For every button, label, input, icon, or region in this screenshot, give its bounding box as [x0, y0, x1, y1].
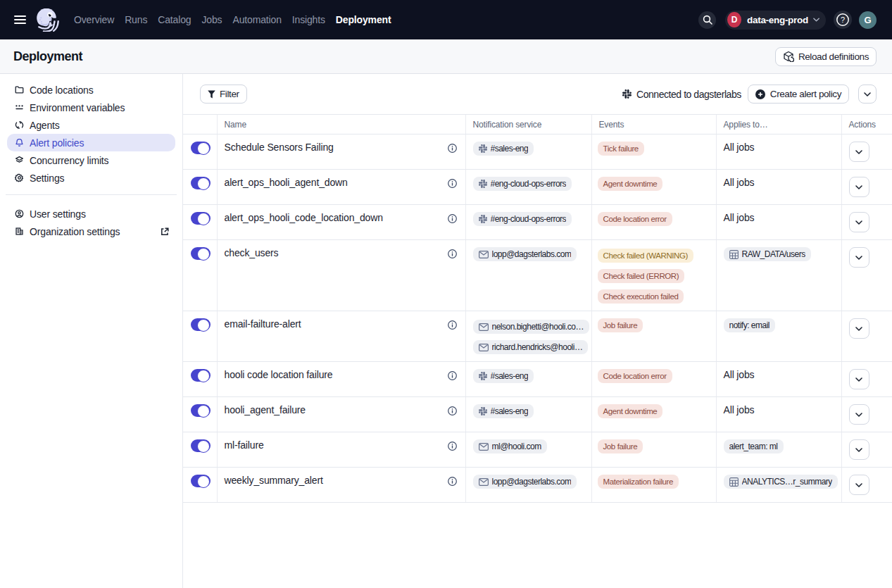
svg-text:?: ? [841, 15, 845, 24]
